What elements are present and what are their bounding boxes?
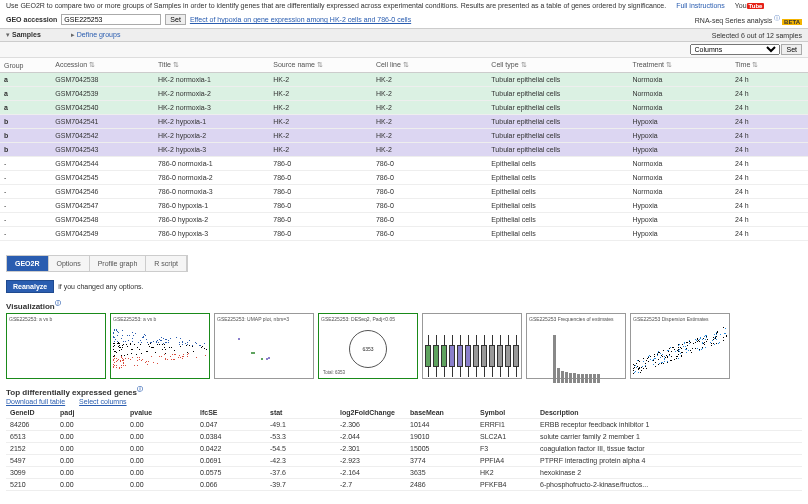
cell-cline: 786-0: [372, 213, 487, 227]
cell-padj: 0.00: [56, 467, 126, 479]
accession-input[interactable]: [61, 14, 161, 25]
gene-row[interactable]: 54970.000.000.0691-42.3-2.9233774PPFIA4P…: [6, 455, 802, 467]
cell-treat: Hypoxia: [628, 199, 731, 213]
define-groups-link[interactable]: ▸Define groups: [71, 31, 121, 39]
cell-time: 24 h: [731, 227, 808, 241]
intro-text: Use GEO2R to compare two or more groups …: [6, 2, 666, 9]
col-symbol[interactable]: Symbol: [476, 407, 536, 419]
cell-se: 0.047: [196, 419, 266, 431]
gene-row[interactable]: 52100.000.000.066-39.7-2.72486PFKFB46-ph…: [6, 479, 802, 491]
cell-acc: GSM7042539: [51, 87, 154, 101]
cell-pvalue: 0.00: [126, 467, 196, 479]
col-cell-type[interactable]: Cell type⇅: [487, 58, 628, 73]
col-cell-line[interactable]: Cell line⇅: [372, 58, 487, 73]
viz-card-scatter[interactable]: GSE225253 Dispersion Estimates: [630, 313, 730, 379]
cell-geneid: 5497: [6, 455, 56, 467]
viz-card-volcano[interactable]: GSE225253: a vs b: [6, 313, 106, 379]
samples-toggle[interactable]: ▾Samples: [6, 31, 41, 39]
col-source[interactable]: Source name⇅: [269, 58, 372, 73]
cell-cline: 786-0: [372, 227, 487, 241]
table-row[interactable]: -GSM7042544786-0 normoxia-1786-0786-0Epi…: [0, 157, 808, 171]
cell-cline: HK-2: [372, 73, 487, 87]
gene-row[interactable]: 65130.000.000.0384-53.3-2.04419010SLC2A1…: [6, 431, 802, 443]
youtube-badge[interactable]: YouTube: [735, 2, 765, 9]
table-row[interactable]: bGSM7042541HK-2 hypoxia-1HK-2HK-2Tubular…: [0, 115, 808, 129]
col-padj[interactable]: padj: [56, 407, 126, 419]
cell-cline: 786-0: [372, 185, 487, 199]
viz-card-venn[interactable]: GSE225253: DESeq2, Padj<0.056353Total: 6…: [318, 313, 418, 379]
cell-treat: Normoxia: [628, 171, 731, 185]
full-instructions-link[interactable]: Full instructions: [676, 2, 725, 9]
sort-icon: ⇅: [317, 61, 323, 68]
cell-lfc: -2.306: [336, 419, 406, 431]
info-icon[interactable]: ⓘ: [774, 15, 780, 21]
samples-header-row: Group Accession⇅ Title⇅ Source name⇅ Cel…: [0, 58, 808, 73]
table-row[interactable]: bGSM7042542HK-2 hypoxia-2HK-2HK-2Tubular…: [0, 129, 808, 143]
cell-title: HK-2 normoxia-1: [154, 73, 269, 87]
col-pvalue[interactable]: pvalue: [126, 407, 196, 419]
columns-select[interactable]: Columns: [690, 44, 780, 55]
gene-row[interactable]: 30990.000.000.0575-37.6-2.1643635HK2hexo…: [6, 467, 802, 479]
viz-card-hist[interactable]: GSE225253 Frequencies of estimates: [526, 313, 626, 379]
cell-symbol: SLC2A1: [476, 431, 536, 443]
viz-card-box[interactable]: [422, 313, 522, 379]
table-row[interactable]: aGSM7042539HK-2 normoxia-2HK-2HK-2Tubula…: [0, 87, 808, 101]
table-row[interactable]: bGSM7042543HK-2 hypoxia-3HK-2HK-2Tubular…: [0, 143, 808, 157]
table-row[interactable]: aGSM7042538HK-2 normoxia-1HK-2HK-2Tubula…: [0, 73, 808, 87]
reanalyze-button[interactable]: Reanalyze: [6, 280, 54, 293]
col-accession[interactable]: Accession⇅: [51, 58, 154, 73]
viz-plot: [9, 323, 103, 375]
cell-time: 24 h: [731, 199, 808, 213]
table-row[interactable]: -GSM7042547786-0 hypoxia-1786-0786-0Epit…: [0, 199, 808, 213]
col-description[interactable]: Description: [536, 407, 802, 419]
cell-pvalue: 0.00: [126, 419, 196, 431]
gene-row[interactable]: 842060.000.000.047-49.1-2.30610144ERRFI1…: [6, 419, 802, 431]
set-accession-button[interactable]: Set: [165, 14, 186, 25]
tab-r-script[interactable]: R script: [146, 256, 187, 271]
table-row[interactable]: -GSM7042546786-0 normoxia-3786-0786-0Epi…: [0, 185, 808, 199]
cell-acc: GSM7042541: [51, 115, 154, 129]
col-geneid[interactable]: GeneID: [6, 407, 56, 419]
tab-profile-graph[interactable]: Profile graph: [90, 256, 147, 271]
cell-bm: 3635: [406, 467, 476, 479]
cell-bm: 2486: [406, 479, 476, 491]
col-treatment[interactable]: Treatment⇅: [628, 58, 731, 73]
analysis-type-label: RNA-seq Series analysis: [695, 18, 772, 25]
col-stat[interactable]: stat: [266, 407, 336, 419]
col-basemean[interactable]: baseMean: [406, 407, 476, 419]
cell-treat: Normoxia: [628, 73, 731, 87]
cell-time: 24 h: [731, 129, 808, 143]
series-title-link[interactable]: Effect of hypoxia on gene expression amo…: [190, 16, 411, 23]
viz-row: GSE225253: a vs bGSE225253: a vs bGSE225…: [6, 313, 802, 379]
tab-options[interactable]: Options: [49, 256, 90, 271]
cell-symbol: F3: [476, 443, 536, 455]
cell-treat: Normoxia: [628, 157, 731, 171]
cell-group: -: [0, 185, 51, 199]
col-group[interactable]: Group: [0, 58, 51, 73]
col-lfcse[interactable]: lfcSE: [196, 407, 266, 419]
col-title[interactable]: Title⇅: [154, 58, 269, 73]
table-row[interactable]: aGSM7042540HK-2 normoxia-3HK-2HK-2Tubula…: [0, 101, 808, 115]
col-lfc[interactable]: log2FoldChange: [336, 407, 406, 419]
cell-ctype: Tubular epithelial cells: [487, 115, 628, 129]
viz-title: GSE225253: UMAP plot, nbrs=3: [217, 316, 311, 322]
table-row[interactable]: -GSM7042545786-0 normoxia-2786-0786-0Epi…: [0, 171, 808, 185]
viz-card-ma[interactable]: GSE225253: a vs b: [110, 313, 210, 379]
select-columns-link[interactable]: Select columns: [79, 398, 126, 405]
tab-geo2r[interactable]: GEO2R: [7, 256, 49, 271]
table-row[interactable]: -GSM7042549786-0 hypoxia-3786-0786-0Epit…: [0, 227, 808, 241]
cell-group: -: [0, 213, 51, 227]
cell-time: 24 h: [731, 115, 808, 129]
col-time[interactable]: Time⇅: [731, 58, 808, 73]
gene-row[interactable]: 21520.000.000.0422-54.5-2.30115005F3coag…: [6, 443, 802, 455]
table-row[interactable]: -GSM7042548786-0 hypoxia-2786-0786-0Epit…: [0, 213, 808, 227]
download-table-link[interactable]: Download full table: [6, 398, 65, 405]
selected-count: Selected 6 out of 12 samples: [712, 32, 802, 39]
info-icon[interactable]: ⓘ: [137, 386, 143, 392]
columns-set-button[interactable]: Set: [781, 44, 802, 55]
viz-plot: [113, 323, 207, 375]
info-icon[interactable]: ⓘ: [55, 300, 61, 306]
samples-table: Group Accession⇅ Title⇅ Source name⇅ Cel…: [0, 58, 808, 241]
cell-bm: 19010: [406, 431, 476, 443]
viz-card-umap[interactable]: GSE225253: UMAP plot, nbrs=3: [214, 313, 314, 379]
